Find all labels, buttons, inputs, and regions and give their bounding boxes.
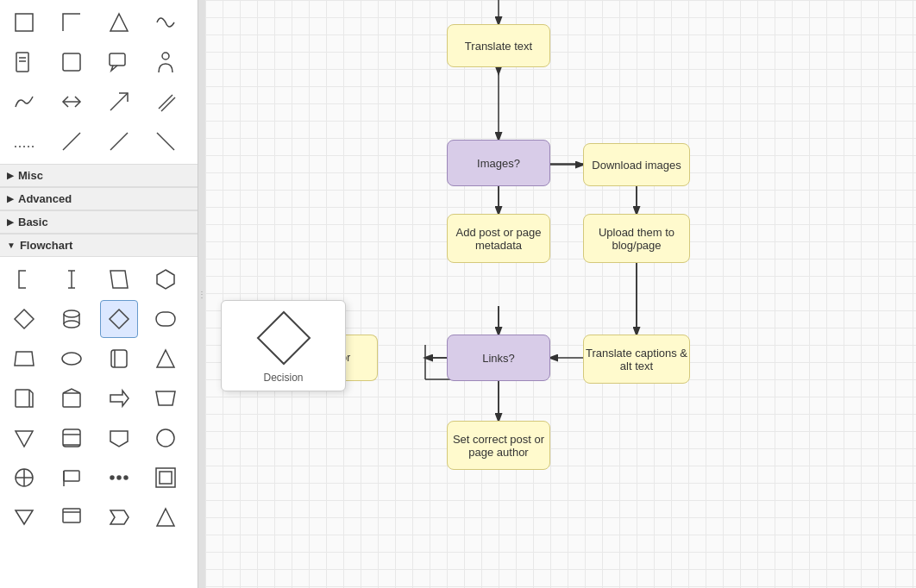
shape-down-triangle[interactable] [5, 498, 43, 536]
shapes-top-grid [0, 0, 198, 164]
advanced-arrow: ▶ [7, 194, 14, 203]
shape-dots[interactable] [100, 459, 138, 497]
misc-arrow: ▶ [7, 171, 14, 180]
node-translate-text[interactable]: Translate text [447, 24, 550, 67]
shape-slash[interactable] [53, 122, 91, 160]
section-advanced-label: Advanced [18, 192, 72, 205]
svg-marker-21 [15, 310, 34, 328]
shape-person[interactable] [147, 43, 185, 81]
section-misc-label: Misc [18, 169, 43, 182]
svg-rect-46 [64, 471, 79, 481]
svg-point-25 [64, 321, 79, 328]
shape-triangle-up[interactable] [147, 340, 185, 378]
shape-tooltip-popup: Decision [221, 300, 346, 391]
shape-diamond-selected[interactable] [100, 300, 138, 338]
svg-point-7 [162, 53, 169, 59]
flowchart-shapes-grid [0, 257, 198, 540]
section-flowchart-label: Flowchart [20, 239, 72, 252]
shape-diagonal-arrow[interactable] [100, 83, 138, 121]
shape-arrow-right[interactable] [100, 379, 138, 417]
svg-rect-34 [63, 393, 80, 407]
svg-marker-37 [16, 431, 33, 447]
shape-parallelogram[interactable] [100, 260, 138, 298]
shape-flag[interactable] [53, 459, 91, 497]
node-images[interactable]: Images? [447, 140, 550, 186]
node-set-author[interactable]: Set correct post or page author [447, 421, 550, 470]
tooltip-shape-name: Decision [232, 372, 335, 384]
flowchart-svg [205, 0, 916, 588]
svg-marker-36 [156, 391, 175, 405]
shape-diagonal-line[interactable] [100, 122, 138, 160]
node-download-images[interactable]: Download images [583, 143, 690, 186]
shape-right-angle[interactable] [53, 3, 91, 41]
shape-squiggle[interactable] [5, 83, 43, 121]
panel-divider[interactable]: ⋮ [198, 0, 205, 588]
shape-callout[interactable] [100, 43, 138, 81]
shape-bracket-both[interactable] [53, 260, 91, 298]
svg-line-14 [110, 133, 128, 150]
sidebar: ▶ Misc ▶ Advanced ▶ Basic ▼ Flowchart [0, 0, 198, 588]
shape-pencil[interactable] [147, 83, 185, 121]
svg-line-9 [110, 93, 128, 110]
svg-marker-78 [258, 312, 310, 364]
shape-rounded-square[interactable] [53, 419, 91, 457]
shape-hexagon[interactable] [147, 260, 185, 298]
shape-triangle[interactable] [100, 3, 138, 41]
svg-point-48 [117, 476, 121, 479]
svg-rect-30 [111, 350, 127, 367]
shape-pentagon[interactable] [53, 379, 91, 417]
svg-marker-55 [110, 510, 129, 524]
section-flowchart[interactable]: ▼ Flowchart [0, 234, 198, 257]
basic-arrow: ▶ [7, 217, 14, 227]
svg-line-13 [63, 133, 80, 150]
shape-wave[interactable] [147, 3, 185, 41]
shape-inv-trapezoid[interactable] [147, 379, 185, 417]
svg-marker-1 [110, 14, 128, 31]
shape-trapezoid[interactable] [5, 340, 43, 378]
svg-marker-41 [110, 431, 128, 447]
node-links[interactable]: Links? [447, 335, 550, 381]
shape-rhombus[interactable] [5, 300, 43, 338]
shape-triangle-down[interactable] [5, 419, 43, 457]
shape-square-outline[interactable] [5, 3, 43, 41]
shape-backslash[interactable] [147, 122, 185, 160]
shape-ellipse[interactable] [53, 340, 91, 378]
svg-rect-27 [156, 312, 175, 326]
shape-scroll[interactable] [100, 340, 138, 378]
shape-inverted-triangle[interactable] [100, 419, 138, 457]
svg-point-49 [124, 476, 128, 479]
shape-double-arrow[interactable] [53, 83, 91, 121]
shape-rectangle-multi[interactable] [53, 498, 91, 536]
shape-dotted-line[interactable] [5, 122, 43, 160]
svg-rect-6 [110, 53, 125, 66]
node-upload-blog[interactable]: Upload them to blog/page [583, 214, 690, 263]
svg-marker-28 [15, 352, 34, 366]
flowchart-arrow: ▼ [7, 241, 16, 250]
shape-up-triangle2[interactable] [147, 498, 185, 536]
section-advanced[interactable]: ▶ Advanced [0, 187, 198, 210]
svg-rect-2 [16, 53, 28, 72]
shape-square-filled[interactable] [53, 43, 91, 81]
svg-marker-20 [157, 270, 174, 289]
svg-point-29 [62, 353, 81, 365]
svg-rect-0 [16, 14, 33, 31]
svg-point-42 [157, 429, 174, 447]
shape-rounded-rect[interactable] [147, 300, 185, 338]
shape-frame[interactable] [147, 459, 185, 497]
node-add-metadata[interactable]: Add post or page metadata [447, 214, 550, 263]
shape-cylinder[interactable] [53, 300, 91, 338]
section-misc[interactable]: ▶ Misc [0, 164, 198, 187]
node-translate-captions[interactable]: Translate captions & alt text [583, 335, 690, 384]
shape-note[interactable] [5, 379, 43, 417]
svg-rect-51 [160, 472, 172, 484]
shape-doc[interactable] [5, 43, 43, 81]
svg-point-22 [64, 310, 79, 317]
section-basic[interactable]: ▶ Basic [0, 210, 198, 234]
svg-point-47 [110, 476, 114, 479]
shape-target[interactable] [5, 459, 43, 497]
svg-marker-32 [157, 350, 174, 367]
shape-chevron[interactable] [100, 498, 138, 536]
shape-bracket-left[interactable] [5, 260, 43, 298]
shape-circle[interactable] [147, 419, 185, 457]
canvas-area[interactable]: Translate text Images? Download images A… [205, 0, 916, 588]
